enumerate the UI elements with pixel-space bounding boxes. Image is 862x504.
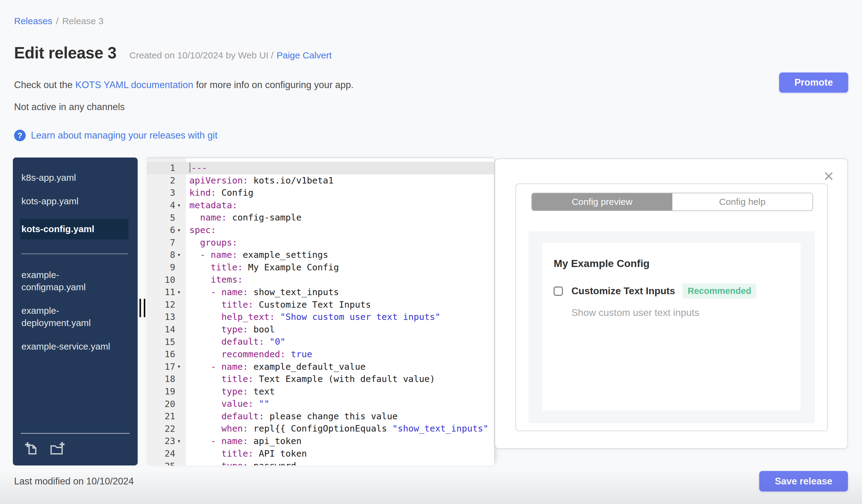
line-number: 16 (165, 349, 175, 359)
code-line[interactable]: 21 ▾ default: please change this value (146, 410, 494, 423)
new-folder-icon[interactable] (50, 441, 65, 456)
code-line[interactable]: 5 ▾ name: config-sample (146, 211, 494, 224)
sidebar-file-item[interactable]: kots-config.yaml (20, 219, 129, 239)
config-group-title: My Example Config (554, 257, 788, 269)
code-line[interactable]: 13 ▾ help_text: "Show custom user text i… (146, 311, 494, 323)
code-line[interactable]: 6 ▾ spec: (146, 224, 494, 236)
code-text[interactable]: kind: Config (186, 187, 494, 199)
sidebar-file-item[interactable]: example-service.yaml (22, 340, 120, 353)
code-line[interactable]: 22 ▾ when: repl{{ ConfigOptionEquals "sh… (146, 422, 494, 435)
code-line[interactable]: 24 ▾ title: API token (146, 448, 494, 460)
code-line[interactable]: 10 ▾ items: (146, 274, 494, 286)
code-line[interactable]: 18 ▾ title: Text Example (with default v… (146, 373, 494, 385)
help-icon[interactable]: ? (14, 130, 26, 141)
code-text[interactable]: apiVersion: kots.io/v1beta1 (186, 174, 494, 187)
line-number: 4 (170, 200, 175, 210)
code-line[interactable]: 16 ▾ recommended: true (146, 348, 494, 361)
line-gutter-cell: 2 ▾ (146, 175, 186, 186)
code-text[interactable]: title: API token (186, 448, 494, 460)
code-text[interactable]: groups: (186, 236, 494, 249)
sidebar-actions (13, 434, 138, 465)
code-line[interactable]: 25 ▾ type: password (146, 460, 494, 465)
code-text[interactable]: - name: example_default_value (186, 361, 494, 373)
code-text[interactable]: type: password (186, 460, 494, 465)
sidebar-file-item[interactable]: k8s-app.yaml (22, 172, 120, 184)
close-icon[interactable]: × (823, 167, 834, 185)
code-text[interactable]: type: bool (186, 323, 494, 336)
code-line[interactable]: 3 ▾ kind: Config (146, 187, 494, 199)
code-line[interactable]: 14 ▾ type: bool (146, 323, 494, 336)
code-text[interactable]: type: text (186, 385, 494, 398)
git-releases-link[interactable]: ? Learn about managing your releases wit… (14, 130, 218, 141)
code-line[interactable]: 23 ▾ - name: api_token (146, 435, 494, 448)
kots-yaml-docs-link[interactable]: KOTS YAML documentation (75, 80, 193, 91)
code-line[interactable]: 15 ▾ default: "0" (146, 335, 494, 348)
code-text[interactable]: - name: example_settings (186, 249, 494, 261)
line-gutter-cell: 14 ▾ (146, 324, 186, 334)
code-text[interactable]: - name: show_text_inputs (186, 286, 494, 299)
code-text[interactable]: help_text: "Show custom user text inputs… (186, 311, 494, 323)
line-gutter-cell: 4 ▾ (146, 200, 186, 210)
code-line[interactable]: 12 ▾ title: Customize Text Inputs (146, 299, 494, 311)
preview-tab[interactable]: Config help (672, 193, 813, 210)
code-line[interactable]: 20 ▾ value: "" (146, 398, 494, 410)
app: Releases / Release 3 Edit release 3 Crea… (0, 0, 862, 504)
code-text[interactable]: title: Text Example (with default value) (186, 373, 494, 385)
config-checkbox[interactable] (554, 287, 563, 296)
code-line[interactable]: 4 ▾ metadata: (146, 199, 494, 212)
new-file-icon[interactable] (25, 441, 40, 456)
fold-arrow-icon[interactable]: ▾ (175, 252, 183, 258)
breadcrumb-releases-link[interactable]: Releases (14, 16, 52, 26)
code-line[interactable]: 11 ▾ - name: show_text_inputs (146, 286, 494, 299)
code-line[interactable]: 17 ▾ - name: example_default_value (146, 361, 494, 373)
code-line[interactable]: 7 ▾ groups: (146, 236, 494, 249)
line-number: 23 (165, 436, 175, 446)
fold-arrow-icon[interactable]: ▾ (175, 227, 183, 233)
fold-arrow-icon[interactable]: ▾ (175, 438, 183, 444)
code-text[interactable]: when: repl{{ ConfigOptionEquals "show_te… (186, 422, 494, 435)
code-line[interactable]: 8 ▾ - name: example_settings (146, 249, 494, 261)
code-text[interactable]: name: config-sample (186, 211, 494, 224)
code-text[interactable]: metadata: (186, 199, 494, 212)
promote-button[interactable]: Promote (779, 72, 848, 93)
line-number: 8 (170, 250, 175, 260)
save-release-button[interactable]: Save release (759, 471, 848, 491)
code-line[interactable]: 1 ▾ --- (146, 162, 494, 174)
line-number: 14 (165, 324, 175, 334)
code-editor[interactable]: 1 ▾ --- 2 ▾ apiVersion: kots.io/v1beta1 (146, 158, 494, 465)
sidebar-file-item[interactable]: example-deployment.yaml (22, 305, 120, 329)
code-lines: 1 ▾ --- 2 ▾ apiVersion: kots.io/v1beta1 (146, 158, 494, 465)
code-text[interactable]: - name: api_token (186, 435, 494, 448)
config-item-title[interactable]: Customize Text Inputs (571, 285, 675, 297)
line-gutter-cell: 1 ▾ (146, 163, 186, 173)
code-text[interactable]: recommended: true (186, 348, 494, 361)
last-modified-text: Last modified on 10/10/2024 (14, 476, 134, 487)
line-number: 11 (165, 287, 175, 297)
line-number: 20 (165, 399, 175, 409)
code-line[interactable]: 19 ▾ type: text (146, 385, 494, 398)
docs-prefix: Check out the (14, 80, 73, 91)
code-text[interactable]: spec: (186, 224, 494, 236)
sidebar-file-item[interactable]: kots-app.yaml (22, 195, 120, 207)
code-text[interactable]: default: "0" (186, 335, 494, 348)
preview-tab[interactable]: Config preview (532, 193, 672, 210)
code-text[interactable]: title: Customize Text Inputs (186, 299, 494, 311)
fold-arrow-icon[interactable]: ▾ (175, 363, 183, 369)
code-text[interactable]: items: (186, 274, 494, 286)
line-gutter-cell: 17 ▾ (146, 361, 186, 372)
code-text[interactable]: title: My Example Config (186, 261, 494, 274)
code-text[interactable]: value: "" (186, 398, 494, 410)
code-line[interactable]: 2 ▾ apiVersion: kots.io/v1beta1 (146, 174, 494, 187)
sidebar-file-item[interactable]: example-configmap.yaml (22, 269, 120, 293)
page-title: Edit release 3 (14, 43, 117, 62)
code-text[interactable]: default: please change this value (186, 410, 494, 423)
channel-status: Not active in any channels (14, 102, 125, 112)
code-text[interactable]: --- (186, 162, 494, 174)
code-line[interactable]: 9 ▾ title: My Example Config (146, 261, 494, 274)
sidebar-resize-handle[interactable] (140, 299, 145, 317)
created-author-link[interactable]: Paige Calvert (276, 50, 331, 61)
preview-surface: My Example Config Customize Text Inputs … (528, 231, 815, 423)
fold-arrow-icon[interactable]: ▾ (175, 289, 183, 295)
fold-arrow-icon[interactable]: ▾ (175, 202, 183, 208)
docs-suffix: for more info on configuring your app. (196, 80, 354, 91)
